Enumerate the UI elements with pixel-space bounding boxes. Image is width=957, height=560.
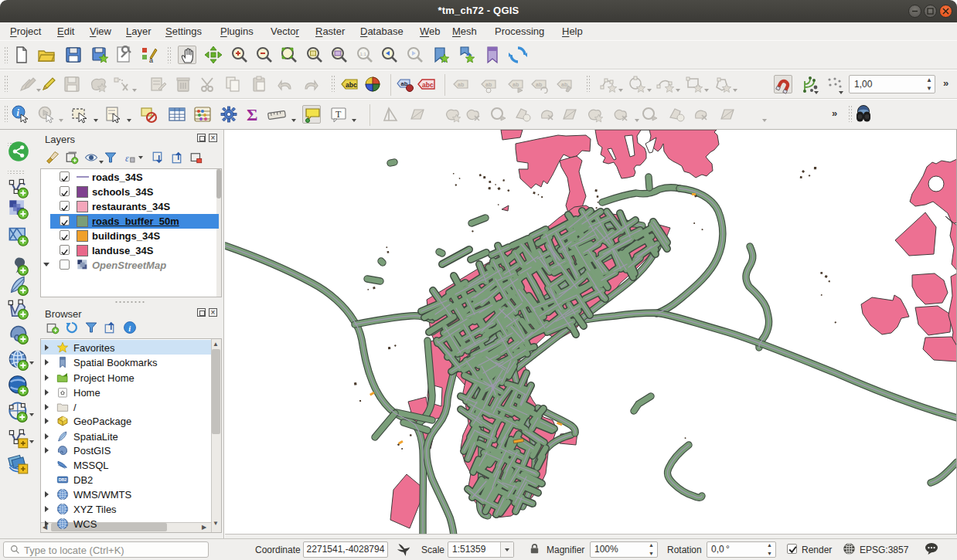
- svg-text:abc: abc: [346, 81, 357, 89]
- svg-text:Σ: Σ: [247, 105, 257, 124]
- svg-text:abc: abc: [422, 81, 434, 89]
- svg-text:ab: ab: [513, 82, 519, 87]
- svg-text:a: a: [149, 56, 153, 64]
- svg-text:ab: ab: [458, 82, 464, 87]
- svg-text:ε: ε: [125, 153, 129, 164]
- svg-text:ab: ab: [561, 82, 567, 87]
- svg-text:1:1: 1:1: [360, 52, 367, 56]
- svg-text:ab: ab: [536, 82, 542, 87]
- svg-text:ab: ab: [485, 82, 492, 87]
- svg-text:DB2: DB2: [59, 477, 67, 482]
- svg-text:i: i: [128, 324, 131, 333]
- svg-text:T: T: [335, 109, 342, 120]
